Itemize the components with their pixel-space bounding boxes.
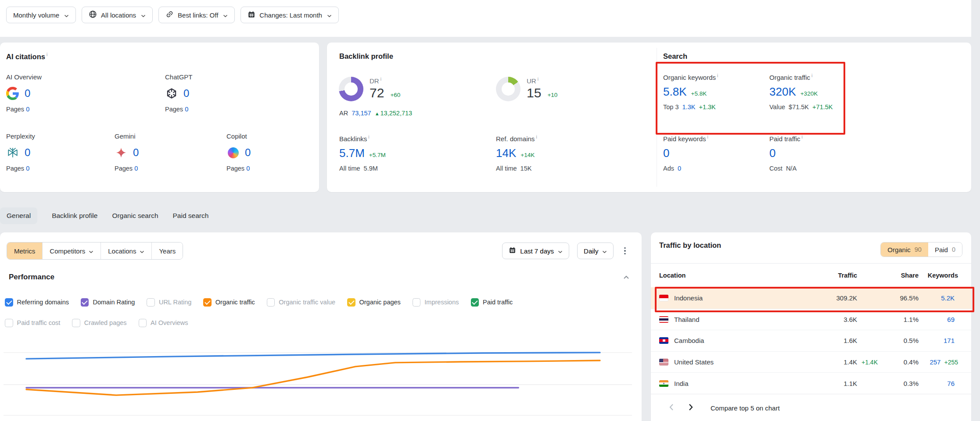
backlinks-delta: +5.7M xyxy=(369,152,386,158)
compare-top5-button[interactable]: Compare top 5 on chart xyxy=(711,404,780,412)
metric-checkbox[interactable]: Impressions xyxy=(413,298,459,307)
paid-keywords-value[interactable]: 0 xyxy=(663,147,669,160)
metric-checkbox[interactable]: Organic traffic xyxy=(203,298,255,307)
location-table-row[interactable]: Thailand 3.6K 1.1% 69 xyxy=(651,309,971,330)
pages-count[interactable]: 0 xyxy=(246,165,250,172)
prev-page-icon[interactable] xyxy=(667,401,676,415)
globe-icon xyxy=(89,10,97,20)
search-title: Search xyxy=(663,52,687,61)
paid-traffic-value[interactable]: 0 xyxy=(769,147,775,160)
ai-citations-count[interactable]: 0 xyxy=(25,87,30,100)
organic-count: 90 xyxy=(915,246,922,253)
tab-paid-search[interactable]: Paid search xyxy=(173,207,209,224)
pages-count[interactable]: 0 xyxy=(185,106,188,113)
top3-value[interactable]: 1.3K xyxy=(682,103,696,111)
segment-years[interactable]: Years xyxy=(151,243,183,259)
ai-citation-ai-overview: AI Overview 0 Pages 0 xyxy=(6,73,103,113)
location-table-header: Location Traffic Share Keywords xyxy=(659,267,958,284)
country-flag-icon xyxy=(659,380,668,387)
toggle-organic[interactable]: Organic 90 xyxy=(881,243,928,257)
metric-checkbox[interactable]: Paid traffic xyxy=(471,298,513,307)
metric-checkbox[interactable]: Organic traffic value xyxy=(267,298,335,307)
keywords-link[interactable]: 171 xyxy=(944,337,955,344)
metric-checkbox-label: URL Rating xyxy=(159,299,191,306)
location-table-row[interactable]: Cambodia 1.6K 0.5% 171 xyxy=(651,330,971,351)
location-table-row[interactable]: Indonesia 309.2K 96.5% 5.2K xyxy=(651,287,971,309)
metric-checkbox[interactable]: URL Rating xyxy=(147,298,191,307)
segment-locations[interactable]: Locations xyxy=(101,243,151,259)
tab-organic-search[interactable]: Organic search xyxy=(112,207,158,224)
ai-citation-gemini: Gemini 0 Pages 0 xyxy=(115,132,211,172)
metric-checkbox[interactable]: AI Overviews xyxy=(139,319,188,327)
traffic-value-amount: $71.5K xyxy=(789,103,809,111)
info-icon: i xyxy=(381,77,381,82)
performance-title: Performance xyxy=(9,273,54,282)
ai-citations-count[interactable]: 0 xyxy=(245,146,251,159)
metric-checkbox[interactable]: Domain Rating xyxy=(81,298,135,307)
ads-value[interactable]: 0 xyxy=(678,165,681,172)
kebab-menu-icon[interactable] xyxy=(621,245,628,257)
best-links-dropdown[interactable]: Best links: Off xyxy=(158,7,235,23)
metric-checkbox-row-1: Referring domains Domain Rating URL Rati… xyxy=(5,298,513,307)
organic-traffic-delta: +320K xyxy=(801,90,818,97)
keywords-link[interactable]: 257 xyxy=(930,358,941,366)
collapse-chevron-up-icon[interactable] xyxy=(623,274,629,281)
dr-donut-chart xyxy=(339,77,363,101)
tab-general[interactable]: General xyxy=(0,207,37,224)
chevron-down-icon xyxy=(140,247,144,255)
organic-keywords-label: Organic keywords xyxy=(663,74,716,81)
changes-dropdown[interactable]: Changes: Last month xyxy=(241,7,339,23)
ar-delta: 13,252,713 xyxy=(381,110,413,117)
report-tabs: General Backlink profile Organic search … xyxy=(0,206,208,225)
segment-competitors[interactable]: Competitors xyxy=(42,243,101,259)
share-value: 96.5% xyxy=(882,294,919,302)
pages-count[interactable]: 0 xyxy=(134,165,138,172)
organic-traffic-value[interactable]: 320K xyxy=(769,86,796,98)
monthly-volume-dropdown[interactable]: Monthly volume xyxy=(6,7,76,23)
monthly-volume-label: Monthly volume xyxy=(13,11,59,19)
toggle-paid[interactable]: Paid 0 xyxy=(928,243,962,257)
locations-dropdown[interactable]: All locations xyxy=(82,7,153,23)
ar-value[interactable]: 73,157 xyxy=(352,110,371,117)
country-flag-icon xyxy=(659,316,668,323)
keywords-link[interactable]: 5.2K xyxy=(941,294,955,302)
date-range-dropdown[interactable]: Last 7 days xyxy=(502,243,569,259)
backlinks-value[interactable]: 5.7M xyxy=(339,147,365,160)
ai-citation-copilot: Copilot 0 Pages 0 xyxy=(226,132,323,172)
metric-checkbox[interactable]: Crawled pages xyxy=(72,319,126,327)
pages-count[interactable]: 0 xyxy=(26,165,29,172)
checkbox-icon xyxy=(413,298,421,307)
segment-metrics[interactable]: Metrics xyxy=(7,243,42,259)
organic-paid-toggle: Organic 90 Paid 0 xyxy=(880,242,962,257)
calendar-icon xyxy=(248,11,255,20)
perplexity-icon xyxy=(6,146,19,159)
metric-checkbox-label: AI Overviews xyxy=(151,319,188,326)
info-icon: i xyxy=(47,52,47,57)
pages-label: Pages xyxy=(165,106,183,113)
keywords-link[interactable]: 76 xyxy=(947,380,955,387)
country-flag-icon xyxy=(659,295,668,301)
ai-citations-count[interactable]: 0 xyxy=(25,146,30,159)
location-table-row[interactable]: India 1.1K 0.3% 76 xyxy=(651,372,971,394)
organic-keywords-value[interactable]: 5.8K xyxy=(663,86,687,98)
ai-source-label: ChatGPT xyxy=(165,73,262,81)
metric-checkbox[interactable]: Organic pages xyxy=(347,298,401,307)
ai-citation-perplexity: Perplexity 0 Pages 0 xyxy=(6,132,103,172)
ai-citations-count[interactable]: 0 xyxy=(183,87,189,100)
tab-backlink-profile[interactable]: Backlink profile xyxy=(52,207,97,224)
pages-count[interactable]: 0 xyxy=(26,106,29,113)
ai-citations-count[interactable]: 0 xyxy=(133,146,139,159)
chevron-down-icon xyxy=(64,11,69,19)
location-table-row[interactable]: United States 1.4K +1.4K 0.4% 257+255 xyxy=(651,351,971,373)
ref-domains-metric: Ref. domainsi 14K+14K All time 15K xyxy=(496,135,628,172)
ref-domains-value[interactable]: 14K xyxy=(496,147,516,160)
traffic-value: 1.4K xyxy=(815,358,857,366)
metric-checkbox[interactable]: Paid traffic cost xyxy=(5,319,60,327)
granularity-dropdown[interactable]: Daily xyxy=(577,243,614,259)
col-location: Location xyxy=(659,272,815,279)
share-value: 1.1% xyxy=(882,316,919,323)
organic-keywords-delta: +5.8K xyxy=(691,90,707,97)
next-page-icon[interactable] xyxy=(686,401,696,415)
keywords-link[interactable]: 69 xyxy=(947,316,955,323)
metric-checkbox[interactable]: Referring domains xyxy=(5,298,69,307)
